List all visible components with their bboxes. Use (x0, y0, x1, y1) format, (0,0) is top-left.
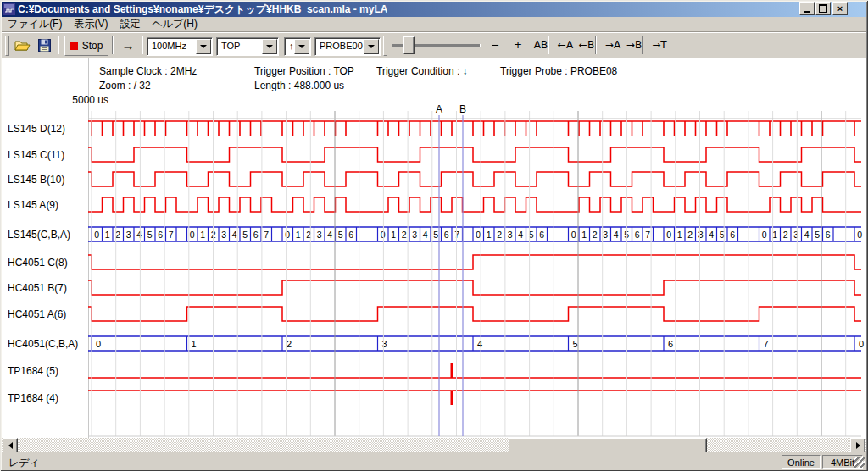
status-ready-text: レディ (8, 456, 40, 470)
chevron-down-icon (298, 45, 305, 48)
menu-item-0[interactable]: ファイル(F) (2, 16, 68, 33)
trigger-position-select[interactable]: TOP (216, 37, 279, 56)
capture-info-text: Sample Clock : 2MHz (99, 65, 197, 77)
scroll-right-icon (856, 442, 860, 449)
goto-a-right-button[interactable]: →A (601, 36, 625, 54)
capture-info-text: Trigger Probe : PROBE08 (500, 65, 617, 77)
stop-button[interactable]: Stop (64, 36, 108, 56)
menu-bar: ファイル(F)表示(V)設定ヘルプ(H) (2, 17, 866, 32)
floppy-save-icon (38, 39, 51, 52)
sample-clock-select-value: 100MHz (152, 41, 186, 51)
title-bar: C:¥Documents and Settings¥noname¥デスクトップ¥… (2, 2, 866, 17)
chevron-down-icon (368, 45, 375, 48)
zoom-in-button[interactable]: + (508, 36, 528, 54)
chevron-down-icon (266, 45, 273, 48)
horizontal-scrollbar[interactable] (2, 438, 866, 452)
status-bar: レディ Online 4MBit (2, 452, 866, 470)
trigger-edge-select[interactable]: ↑ (284, 37, 311, 56)
capture-info-text: Trigger Position : TOP (254, 65, 354, 77)
save-button[interactable] (34, 36, 54, 54)
channel-label: LS145 B(10) (8, 172, 88, 187)
trigger-edge-select-value: ↑ (289, 41, 294, 51)
open-file-button[interactable] (12, 36, 32, 54)
goto-a-left-button[interactable]: ←A (554, 36, 577, 54)
maximize-icon (819, 4, 827, 13)
app-icon (3, 3, 15, 15)
trigger-probe-select-dropdown-button[interactable] (364, 39, 379, 54)
capture-info-text: Trigger Condition : ↓ (376, 65, 468, 77)
channel-label: LS145(C,B,A) (8, 227, 88, 242)
channel-label: HC4051 C(8) (8, 255, 88, 270)
minimize-button[interactable] (799, 2, 815, 15)
trigger-position-select-dropdown-button[interactable] (262, 39, 277, 54)
zoom-out-button[interactable]: − (485, 36, 505, 54)
window-title: C:¥Documents and Settings¥noname¥デスクトップ¥… (18, 3, 387, 17)
status-online-badge: Online (782, 455, 821, 469)
minimize-icon (804, 11, 810, 13)
channel-label: TP1684 (4) (8, 391, 88, 406)
maximize-button[interactable] (815, 2, 831, 15)
channel-label: HC4051 B(7) (8, 280, 88, 296)
channel-label: HC4051 A(6) (8, 307, 88, 322)
scroll-left-icon (8, 442, 13, 449)
goto-trigger-button[interactable]: →T (648, 36, 671, 54)
trigger-probe-select[interactable]: PROBE00 (314, 37, 381, 56)
sample-clock-select[interactable]: 100MHz (147, 37, 213, 56)
waveform-panel (2, 58, 866, 439)
sample-clock-select-dropdown-button[interactable] (196, 39, 211, 54)
stop-label: Stop (82, 40, 103, 52)
channel-label: HC4051(C,B,A) (8, 336, 88, 352)
run-arrow-icon: → (122, 38, 135, 53)
capture-info-text: Length : 488.000 us (254, 80, 344, 91)
zoom-slider-thumb[interactable] (403, 36, 415, 54)
capture-info-text: Zoom : / 32 (99, 80, 151, 91)
app-window: C:¥Documents and Settings¥noname¥デスクトップ¥… (0, 0, 868, 471)
trigger-probe-select-value: PROBE00 (320, 41, 363, 51)
channel-label: TP1684 (5) (8, 363, 88, 379)
trigger-edge-select-dropdown-button[interactable] (294, 39, 309, 54)
close-button[interactable]: × (832, 2, 848, 15)
menu-item-3[interactable]: ヘルプ(H) (146, 16, 203, 33)
label-panel-divider (88, 58, 89, 438)
stop-icon (70, 42, 78, 50)
menu-item-2[interactable]: 設定 (114, 16, 146, 33)
run-button[interactable]: → (117, 36, 139, 54)
time-scale-label: 5000 us (47, 94, 108, 106)
channel-label: LS145 D(12) (8, 121, 88, 136)
chevron-down-icon (200, 45, 207, 48)
resize-grip[interactable] (854, 457, 865, 468)
trigger-position-select-value: TOP (221, 41, 240, 51)
open-folder-icon (14, 39, 31, 52)
close-icon: × (837, 4, 843, 14)
channel-label: LS145 C(11) (8, 147, 88, 163)
toolbar-grip (5, 36, 9, 56)
menu-item-1[interactable]: 表示(V) (68, 16, 114, 33)
toolbar-grip-2 (383, 36, 387, 56)
channel-label: LS145 A(9) (8, 197, 88, 213)
